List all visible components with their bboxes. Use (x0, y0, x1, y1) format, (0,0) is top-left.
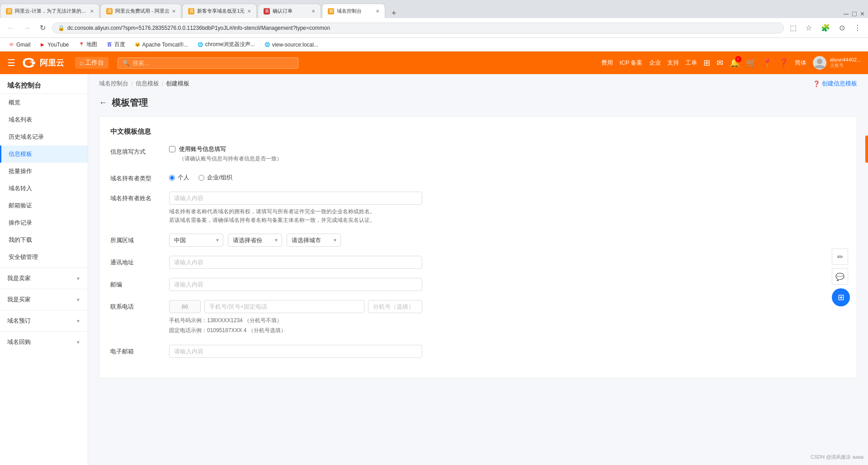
bookmark-youtube[interactable]: ▶ YouTube (36, 41, 72, 49)
feedback-strip[interactable] (865, 136, 868, 163)
enterprise-button[interactable]: 企业 (649, 59, 661, 67)
address-input[interactable] (67, 25, 778, 31)
float-chat-button[interactable]: 💬 (832, 268, 848, 285)
radio-enterprise[interactable] (198, 175, 204, 181)
edit-icon: ✏ (837, 253, 843, 261)
tab-close-5[interactable]: × (376, 8, 380, 14)
language-button[interactable]: 简体 (795, 59, 807, 67)
sidebar-item-downloads[interactable]: 我的下载 (0, 231, 88, 249)
browser-tab-3[interactable]: 云 新客专享域名低至1元 × (182, 4, 257, 18)
tab-close-3[interactable]: × (248, 8, 251, 14)
sidebar-divider-1 (0, 268, 88, 268)
hamburger-menu-button[interactable]: ☰ (7, 57, 15, 68)
city-select[interactable]: 请选择城市 (287, 234, 341, 247)
user-menu[interactable]: aliyun44402... 主账号 (813, 56, 861, 70)
sidebar-history-label: 历史域名记录 (9, 133, 44, 141)
owner-type-label: 域名持有者类型 (110, 172, 169, 183)
profile-icon[interactable]: ⊙ (837, 22, 847, 33)
logo-button[interactable]: 阿里云 (21, 55, 64, 71)
notification-icon[interactable]: 🔔 ! (730, 58, 740, 68)
sidebar-item-batch[interactable]: 批量操作 (0, 163, 88, 180)
owner-name-input[interactable] (169, 192, 422, 205)
bookmark-maps[interactable]: 📍 地图 (75, 40, 101, 49)
mail-icon[interactable]: ✉ (717, 58, 723, 68)
sidebar-group-repurchase[interactable]: 域名回购 ▼ (0, 333, 88, 351)
back-button[interactable]: ← (5, 22, 17, 34)
svg-point-1 (817, 59, 822, 64)
tab-favicon-3: 云 (188, 8, 194, 14)
minimize-icon[interactable]: ─ (844, 10, 849, 18)
location-icon[interactable]: 📍 (762, 58, 772, 68)
use-account-info-checkbox[interactable] (169, 146, 175, 152)
icp-button[interactable]: ICP 备案 (619, 59, 642, 67)
sidebar-item-security-lock[interactable]: 安全锁管理 (0, 249, 88, 266)
help-icon[interactable]: ❓ (778, 58, 788, 68)
bookmark-tomcat[interactable]: 🐱 Apache Tomcat®... (131, 41, 192, 49)
sidebar-group-preorder[interactable]: 域名预订 ▼ (0, 312, 88, 329)
province-select[interactable]: 请选择省份 (228, 234, 282, 247)
float-edit-button[interactable]: ✏ (832, 249, 848, 265)
back-button[interactable]: ← (99, 98, 107, 108)
sidebar-item-operations[interactable]: 操作记录 (0, 214, 88, 231)
address-input[interactable] (169, 256, 422, 269)
sidebar-item-templates[interactable]: 信息模板 (0, 146, 88, 163)
email-input[interactable] (169, 345, 422, 358)
add-tab-button[interactable]: + (388, 9, 400, 18)
browser-tab-5[interactable]: 云 域名控制台 × (322, 4, 385, 18)
page-title: 模板管理 (112, 97, 148, 109)
owner-type-enterprise[interactable]: 企业/组织 (198, 174, 232, 182)
bookmark-baidu[interactable]: 百 百度 (103, 40, 129, 49)
breadcrumb-templates[interactable]: 信息模板 (136, 80, 159, 88)
support-button[interactable]: 支持 (667, 59, 679, 67)
browser-tab-2[interactable]: 云 阿里云免费试用 - 阿里云 × (100, 4, 181, 18)
tab-title-3: 新客专享域名低至1元 (197, 8, 245, 14)
nav-search[interactable]: 🔍 (118, 57, 298, 69)
tab-close-4[interactable]: × (312, 8, 316, 14)
phone-ext-input[interactable] (368, 300, 422, 313)
repurchase-collapse-icon: ▼ (76, 340, 80, 345)
owner-type-row: 域名持有者类型 个人 企业/组织 (110, 172, 846, 183)
create-template-action[interactable]: ❓ 创建信息模板 (813, 80, 857, 88)
maximize-icon[interactable]: □ (852, 10, 857, 18)
postal-input[interactable] (169, 278, 422, 291)
sidebar-transfer-in-label: 域名转入 (9, 184, 32, 193)
radio-individual[interactable] (169, 175, 175, 181)
cast-icon[interactable]: ⬚ (788, 22, 799, 33)
workorder-button[interactable]: 工单 (685, 59, 697, 67)
bookmark-icon[interactable]: ☆ (803, 22, 814, 33)
sidebar-item-history[interactable]: 历史域名记录 (0, 128, 88, 146)
country-select[interactable]: 中国 (169, 234, 223, 247)
cart-icon[interactable]: 🛒 (746, 58, 756, 68)
float-grid-button[interactable]: ⊞ (832, 288, 850, 306)
extensions-icon[interactable]: 🧩 (819, 22, 832, 33)
bookmark-chrome[interactable]: 🌐 chrome浏览器没声... (193, 40, 259, 49)
owner-type-individual[interactable]: 个人 (169, 174, 189, 182)
search-input[interactable] (132, 60, 293, 66)
more-menu-icon[interactable]: ⋮ (852, 22, 863, 33)
sidebar-item-transfer-in[interactable]: 域名转入 (0, 180, 88, 197)
fee-button[interactable]: 费用 (601, 59, 613, 67)
tab-close-1[interactable]: × (90, 8, 94, 14)
tab-close-2[interactable]: × (172, 8, 176, 14)
close-window-icon[interactable]: × (860, 10, 864, 18)
sidebar-item-overview[interactable]: 概览 (0, 94, 88, 111)
breadcrumb-sep-2: / (162, 80, 164, 87)
sidebar-item-domain-list[interactable]: 域名列表 (0, 111, 88, 128)
sidebar-divider-3 (0, 310, 88, 310)
main-content: 域名控制台 概览 域名列表 历史域名记录 信息模板 批量操作 域名转入 邮箱验证 (0, 74, 868, 465)
browser-tab-4[interactable]: 云 确认订单 × (258, 4, 321, 18)
grid-apps-icon[interactable]: ⊞ (703, 58, 710, 68)
refresh-button[interactable]: ↻ (37, 22, 48, 34)
address-bar[interactable]: 🔒 (52, 23, 784, 33)
workspace-button[interactable]: ⌂ 工作台 (75, 57, 108, 69)
breadcrumb-domain-console[interactable]: 域名控制台 (99, 80, 128, 88)
sidebar-group-seller[interactable]: 我是卖家 ▼ (0, 270, 88, 287)
browser-tab-1[interactable]: 云 阿里云-计算，为了无法计算的价... × (0, 4, 99, 18)
bookmark-gmail[interactable]: ✉ Gmail (5, 41, 34, 49)
phone-main-input[interactable] (204, 300, 364, 313)
forward-button[interactable]: → (21, 22, 33, 34)
sidebar-item-email-verify[interactable]: 邮箱验证 (0, 197, 88, 214)
radio-enterprise-label: 企业/组织 (207, 174, 232, 182)
bookmark-viewsource[interactable]: 🌐 view-source:local... (260, 41, 322, 49)
sidebar-group-buyer[interactable]: 我是买家 ▼ (0, 291, 88, 308)
